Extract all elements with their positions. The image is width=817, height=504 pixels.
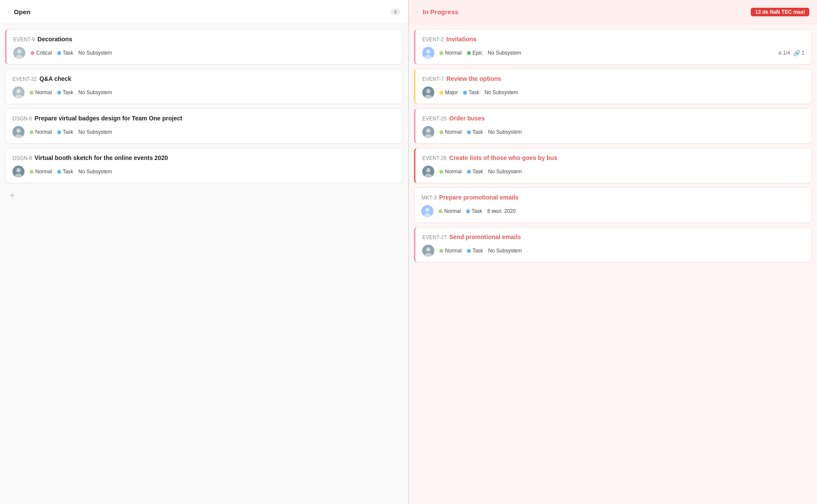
card-header: EVENT-27Send promotional emails: [422, 234, 805, 240]
card-id: EVENT-7: [422, 76, 444, 82]
priority-dot: [439, 91, 443, 95]
type-label: Task: [473, 169, 483, 175]
card-meta: NormalTaskNo Subsystem: [422, 126, 805, 138]
priority-item: Critical: [31, 50, 52, 56]
subsystem-label: No Subsystem: [488, 129, 522, 135]
priority-label: Normal: [35, 129, 52, 135]
type-label: Task: [63, 89, 74, 95]
type-item: Task: [463, 89, 479, 95]
card-title: Review the options: [446, 75, 501, 82]
card[interactable]: EVENT-26Create lists of those who goes b…: [414, 148, 812, 183]
date-label: 8 июл. 2020: [487, 208, 516, 214]
card-header: DSGN-6Prepare virtual badges design for …: [12, 115, 396, 122]
card-header: DSGN-8Virtual booth sketch for the onlin…: [12, 154, 396, 161]
type-label: Epic: [473, 50, 482, 56]
svg-point-16: [426, 89, 430, 93]
avatar: [422, 47, 434, 59]
card-title: Prepare promotional emails: [439, 194, 518, 201]
card[interactable]: EVENT-25Order buses NormalTaskNo Subsyst…: [414, 108, 812, 144]
card-id: EVENT-27: [422, 234, 447, 240]
subsystem-label: No Subsystem: [488, 50, 521, 56]
type-dot: [466, 209, 470, 213]
type-item: Task: [57, 89, 74, 95]
svg-point-25: [425, 208, 430, 212]
card[interactable]: EVENT-7Review the options MajorTaskNo Su…: [414, 69, 812, 104]
type-item: Task: [57, 129, 74, 135]
avatar: [12, 86, 25, 98]
avatar: [421, 205, 433, 217]
card-id: EVENT-25: [422, 116, 447, 122]
checklist-count: 1/4: [783, 50, 790, 56]
attachment-badge: 🔗1: [793, 50, 805, 56]
type-label: Task: [63, 129, 74, 135]
column-header-in-progress: ‹In Progress13 de NaN TEC maxi: [409, 0, 817, 24]
subsystem-label: No Subsystem: [488, 169, 522, 175]
column-count-badge: 4: [390, 8, 400, 15]
checklist-icon: ≡: [778, 49, 781, 56]
type-dot: [467, 170, 471, 174]
card[interactable]: MKT-3Prepare promotional emails NormalTa…: [414, 187, 812, 223]
subsystem-label: No Subsystem: [78, 89, 112, 95]
subsystem-label: No Subsystem: [78, 129, 112, 135]
subsystem-label: No Subsystem: [78, 50, 112, 56]
chevron-icon[interactable]: ‹: [417, 9, 418, 15]
type-label: Task: [63, 50, 74, 56]
card-id: MKT-3: [421, 195, 436, 201]
priority-dot: [439, 249, 443, 253]
card-meta: CriticalTaskNo Subsystem: [13, 47, 396, 59]
svg-point-1: [17, 49, 22, 54]
priority-item: Normal: [30, 89, 52, 95]
type-dot: [467, 51, 471, 55]
column-open: ‹Open4EVENT-9Decorations CriticalTaskNo …: [0, 0, 408, 504]
type-dot: [57, 91, 61, 95]
chevron-icon[interactable]: ‹: [8, 9, 9, 15]
type-item: Task: [467, 169, 483, 175]
card-title: Invitations: [446, 36, 476, 43]
type-label: Task: [469, 89, 479, 95]
card-header: EVENT-25Order buses: [422, 115, 805, 122]
type-dot: [463, 91, 467, 95]
card-id: DSGN-6: [12, 116, 32, 122]
type-label: Task: [473, 248, 483, 254]
svg-point-19: [426, 129, 430, 133]
avatar: [12, 126, 25, 138]
priority-label: Normal: [35, 169, 52, 175]
priority-label: Critical: [36, 50, 52, 56]
type-item: Task: [57, 50, 74, 56]
card[interactable]: EVENT-9Decorations CriticalTaskNo Subsys…: [5, 29, 403, 65]
card-meta: NormalTaskNo Subsystem: [12, 86, 396, 98]
type-item: Task: [57, 169, 74, 175]
card-title: Decorations: [37, 36, 72, 43]
priority-label: Major: [445, 89, 458, 95]
card[interactable]: DSGN-8Virtual booth sketch for the onlin…: [5, 148, 403, 183]
type-dot: [57, 130, 61, 134]
add-card-button[interactable]: +: [5, 187, 19, 204]
priority-dot: [30, 170, 34, 174]
priority-dot: [30, 91, 34, 95]
column-header-open: ‹Open4: [0, 0, 408, 24]
priority-label: Normal: [35, 89, 52, 95]
subsystem-label: No Subsystem: [78, 169, 112, 175]
priority-dot: [439, 209, 442, 213]
column-title: Open: [14, 8, 386, 15]
card-title: Q&A check: [40, 75, 71, 82]
priority-item: Major: [439, 89, 458, 95]
card[interactable]: DSGN-6Prepare virtual badges design for …: [5, 108, 403, 144]
card-meta: MajorTaskNo Subsystem: [422, 86, 805, 98]
card-header: EVENT-26Create lists of those who goes b…: [422, 154, 805, 161]
card[interactable]: EVENT-32Q&A check NormalTaskNo Subsystem: [5, 69, 403, 104]
priority-label: Normal: [445, 129, 462, 135]
card-meta: NormalEpicNo Subsystem≡1/4🔗1: [422, 47, 805, 59]
card-header: EVENT-9Decorations: [13, 36, 396, 43]
svg-point-7: [16, 129, 21, 133]
priority-dot: [31, 51, 34, 55]
type-item: Epic: [467, 50, 482, 56]
avatar: [422, 126, 434, 138]
card-id: EVENT-32: [12, 76, 37, 82]
type-item: Task: [467, 248, 483, 254]
card[interactable]: EVENT-2Invitations NormalEpicNo Subsyste…: [414, 29, 812, 65]
avatar: [422, 86, 434, 98]
card-header: EVENT-2Invitations: [422, 36, 805, 43]
svg-point-22: [426, 168, 430, 172]
card[interactable]: EVENT-27Send promotional emails NormalTa…: [414, 227, 812, 262]
